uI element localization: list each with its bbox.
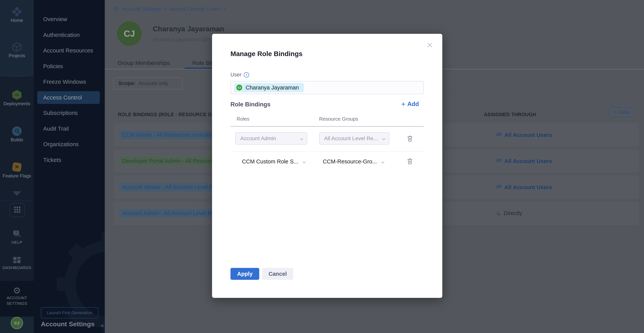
sidebar-footer-title: Account Settings (41, 320, 94, 328)
manage-role-bindings-modal: Manage Role Bindings User i CJ Charanya … (212, 34, 442, 298)
apply-button[interactable]: Apply (230, 268, 259, 280)
cancel-button[interactable]: Cancel (262, 268, 293, 280)
rail-divider (8, 76, 26, 77)
sidebar-item-label: DASHBOARDS (0, 265, 34, 270)
column-header-assigned-through: ASSIGNED THROUGH (484, 112, 536, 117)
sidebar-item-home[interactable]: Home (0, 7, 34, 23)
directly-arrow-icon: ↳ (496, 210, 502, 217)
assigned-through-label: All Account Users (504, 158, 552, 164)
resource-group-select-value: All Account Level Re... (324, 135, 378, 142)
rail-divider (0, 200, 34, 201)
sidebar-item-deployments[interactable]: ∞ Deployments (0, 90, 34, 106)
selected-user-name: Charanya Jayaraman (246, 85, 299, 91)
chevron-down-icon (381, 158, 384, 165)
module-picker-button[interactable] (10, 203, 25, 217)
user-input[interactable]: CJ Charanya Jayaraman (230, 81, 424, 94)
users-group-icon (496, 158, 502, 164)
resource-group-select-disabled[interactable]: All Account Level Re... (319, 132, 389, 145)
svg-text:?: ? (15, 231, 17, 235)
breadcrumb-access-control-users[interactable]: Access Control: Users (169, 6, 220, 12)
profile-avatar: CJ (117, 21, 142, 46)
role-select-value: CCM Custom Role S... (242, 158, 298, 165)
dashboards-icon (13, 256, 21, 265)
breadcrumb-separator: > (223, 6, 226, 12)
avatar: CJ (236, 84, 243, 91)
sidebar-item-audit-trail[interactable]: Audit Trail (34, 123, 105, 135)
sidebar-item-access-control[interactable]: Access Control (34, 91, 105, 104)
sidebar-item-projects[interactable]: Projects (0, 42, 34, 58)
user-field-label: User i (230, 72, 249, 78)
launch-first-generation-button[interactable]: Launch First Generation (41, 307, 98, 318)
assigned-through-label: All Account Users (504, 132, 552, 138)
resource-group-select[interactable]: CCM-Resource-Gro... (323, 156, 384, 167)
role-select-disabled[interactable]: Account Admin (235, 132, 307, 145)
table-divider (230, 126, 424, 127)
role-select[interactable]: CCM Custom Role S... (242, 156, 306, 167)
users-group-icon (496, 132, 502, 138)
deployments-icon: ∞ (12, 90, 22, 101)
add-role-button[interactable]: + Role (609, 107, 635, 117)
assigned-through-link[interactable]: All Account Users (496, 132, 552, 138)
scope-value: Account only (138, 81, 168, 86)
scope-select[interactable]: Scope: Account only (114, 77, 182, 90)
sidebar-item-label: Home (0, 18, 34, 23)
sidebar-item-label: Projects (0, 53, 34, 58)
projects-cube-icon (12, 42, 22, 53)
column-header-role-bindings: ROLE BINDINGS (ROLE - RESOURCE GROUP) (118, 112, 228, 117)
selected-user-chip[interactable]: CJ Charanya Jayaraman (234, 83, 304, 92)
role-bindings-section-title: Role Bindings (230, 101, 270, 108)
sidebar-item-freeze-windows[interactable]: Freeze Windows (34, 76, 105, 88)
sidebar-item-label: ACCOUNT SETTINGS (0, 295, 34, 306)
profile-name: Charanya Jayaraman (153, 25, 224, 33)
info-icon[interactable]: i (244, 72, 249, 78)
rail-chevron-down-icon[interactable] (13, 191, 21, 196)
sidebar-item-organizations[interactable]: Organizations (34, 138, 105, 150)
sidebar-item-policies[interactable]: Policies (34, 60, 105, 72)
chevron-down-icon (302, 158, 306, 165)
role-select-value: Account Admin (240, 135, 276, 142)
sidebar-item-overview[interactable]: Overview (34, 13, 105, 25)
sidebar-item-label: Builds (0, 137, 34, 143)
sidebar-item-subscriptions[interactable]: Subscriptions (34, 107, 105, 119)
profile-email: charanya.jayaraman@h (153, 37, 210, 43)
add-binding-button[interactable]: + Add (401, 101, 419, 108)
assigned-through-link[interactable]: All Account Users (496, 158, 552, 164)
svg-text:⚑: ⚑ (14, 164, 20, 171)
feature-flags-icon: ⚑ (12, 162, 22, 173)
sidebar-item-account-settings[interactable]: ⚙ ACCOUNT SETTINGS (0, 286, 34, 306)
delete-binding-icon[interactable] (407, 158, 413, 165)
sidebar-item-dashboards[interactable]: DASHBOARDS (0, 256, 34, 270)
row-divider (230, 151, 424, 152)
sidebar-item-feature-flags[interactable]: ⚑ Feature Flags (0, 162, 34, 179)
close-icon[interactable] (426, 42, 434, 50)
assigned-through-link[interactable]: All Account Users (496, 184, 552, 190)
sidebar-item-help[interactable]: ? HELP (0, 230, 34, 245)
grid-apps-icon (14, 206, 21, 214)
column-header-resource-groups: Resource Groups (319, 116, 358, 122)
chevron-down-icon (382, 135, 386, 142)
users-group-icon (496, 184, 502, 190)
breadcrumb-account-settings[interactable]: Account Settings (122, 6, 161, 12)
assigned-through-label: Directly (504, 210, 522, 216)
module-rail: Home Projects ∞ Deployments Builds (0, 0, 34, 333)
settings-sidebar: Overview Authentication Account Resource… (34, 0, 105, 333)
user-avatar[interactable]: CJ (11, 317, 23, 329)
column-header-roles: Roles (236, 116, 249, 122)
sidebar-item-label: Feature Flags (0, 173, 34, 179)
gear-icon: ⚙ (114, 6, 119, 12)
sidebar-item-authentication[interactable]: Authentication (34, 29, 105, 41)
scope-label: Scope: (118, 81, 136, 86)
resource-group-select-value: CCM-Resource-Gro... (323, 158, 377, 165)
sidebar-item-tickets[interactable]: Tickets (34, 154, 105, 166)
app-root: Home Projects ∞ Deployments Builds (0, 0, 644, 333)
tab-group-memberships[interactable]: Group Memberships (118, 60, 170, 66)
add-binding-label: Add (408, 101, 419, 108)
delete-binding-icon[interactable] (407, 135, 413, 142)
sidebar-item-account-resources[interactable]: Account Resources (34, 44, 105, 57)
chevron-down-icon (174, 82, 178, 85)
help-chat-icon: ? (12, 230, 22, 240)
sidebar-item-builds[interactable]: Builds (0, 126, 34, 143)
assigned-through-label: All Account Users (504, 184, 552, 190)
sidebar-collapse-icon[interactable]: ◀ (100, 323, 104, 328)
breadcrumb-separator: > (164, 6, 166, 12)
